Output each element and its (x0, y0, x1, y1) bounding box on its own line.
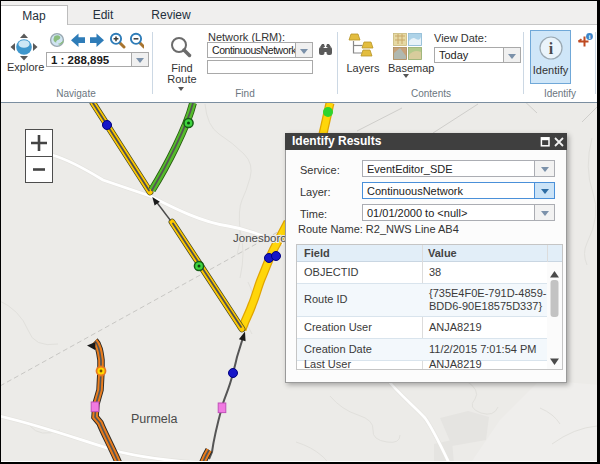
svg-text:Jonesboro: Jonesboro (233, 232, 287, 244)
svg-text:i: i (549, 40, 554, 57)
svg-text:Purmela: Purmela (131, 412, 178, 426)
